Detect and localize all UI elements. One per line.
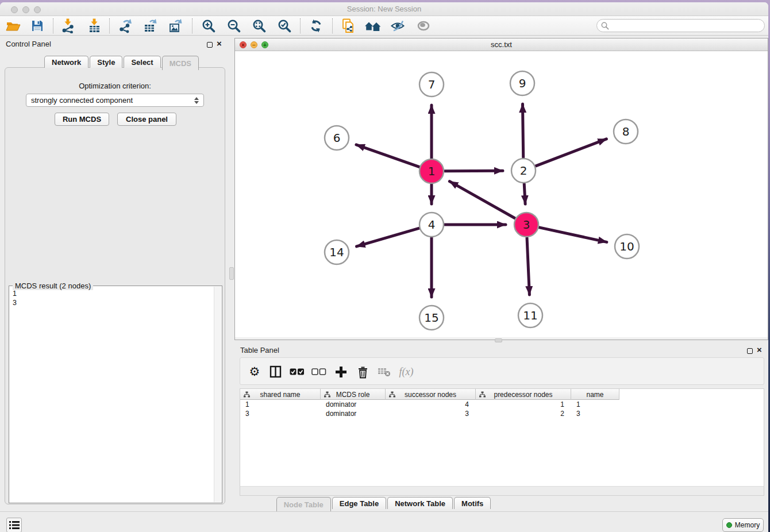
- graph-node-9[interactable]: 9: [510, 71, 534, 95]
- tab-network[interactable]: Network: [44, 56, 88, 68]
- zoom-in-icon[interactable]: [200, 18, 217, 34]
- create-column-plus-icon[interactable]: [333, 364, 348, 380]
- cell-successor-nodes[interactable]: 3: [386, 409, 476, 418]
- cell-name[interactable]: 3: [571, 409, 619, 418]
- graph-canvas[interactable]: 7968124314101511: [235, 51, 768, 337]
- mcds-panel: Optimization criterion: strongly connect…: [5, 67, 225, 504]
- run-mcds-button[interactable]: Run MCDS: [55, 113, 109, 126]
- table-row[interactable]: 3dominator323: [240, 409, 764, 418]
- table-header-row: shared nameMCDS rolesuccessor nodesprede…: [240, 389, 619, 400]
- open-icon[interactable]: [5, 18, 22, 34]
- column-header-mcds-role[interactable]: MCDS role: [321, 389, 386, 400]
- horizontal-splitter-grip[interactable]: [495, 338, 502, 342]
- export-network-icon[interactable]: [117, 18, 134, 34]
- select-all-columns-icon[interactable]: [288, 364, 306, 380]
- table-tab-motifs[interactable]: Motifs: [454, 497, 491, 509]
- network-window-titlebar[interactable]: × − + scc.txt: [235, 38, 768, 51]
- export-image-icon[interactable]: [167, 18, 184, 34]
- graph-edge-3-11[interactable]: [527, 238, 529, 295]
- control-panel-float-icon[interactable]: [207, 42, 213, 48]
- svg-text:15: 15: [424, 311, 438, 325]
- table-settings-gear-icon[interactable]: ⚙: [247, 364, 262, 380]
- column-header-name[interactable]: name: [571, 389, 619, 400]
- graph-node-4[interactable]: 4: [419, 213, 444, 237]
- graph-edge-1-6[interactable]: [356, 145, 419, 167]
- table-row[interactable]: 1dominator411: [240, 400, 764, 409]
- import-table-icon[interactable]: [86, 18, 103, 34]
- graph-node-11[interactable]: 11: [518, 303, 542, 327]
- graph-node-3[interactable]: 3: [514, 213, 538, 237]
- tab-select[interactable]: Select: [124, 56, 160, 68]
- task-history-button[interactable]: [6, 518, 22, 532]
- unselect-all-columns-icon[interactable]: [310, 364, 328, 380]
- home-icon[interactable]: [364, 18, 382, 34]
- app-window: Session: New Session: [0, 2, 768, 532]
- export-table-icon[interactable]: [142, 18, 159, 34]
- graph-node-6[interactable]: 6: [325, 126, 349, 150]
- graph-node-7[interactable]: 7: [419, 72, 444, 97]
- table-tab-network-table[interactable]: Network Table: [387, 497, 453, 509]
- table-tab-node-table[interactable]: Node Table: [276, 497, 331, 511]
- main-toolbar: [0, 16, 768, 36]
- graph-node-14[interactable]: 14: [325, 240, 349, 264]
- graph-node-1[interactable]: 1: [419, 159, 444, 183]
- table-tab-edge-table[interactable]: Edge Table: [332, 497, 386, 509]
- cell-predecessor-nodes[interactable]: 2: [476, 409, 571, 418]
- search-input[interactable]: [610, 21, 764, 31]
- cell-name[interactable]: 1: [571, 400, 619, 409]
- zoom-selected-icon[interactable]: [276, 18, 293, 34]
- graph-node-15[interactable]: 15: [419, 306, 444, 330]
- status-bar: Memory: [0, 511, 768, 532]
- zoom-out-icon[interactable]: [225, 18, 242, 34]
- zoom-fit-icon[interactable]: [251, 18, 268, 34]
- cell-successor-nodes[interactable]: 4: [386, 400, 476, 409]
- graph-node-2[interactable]: 2: [511, 159, 536, 183]
- eye-icon[interactable]: [415, 18, 432, 34]
- graph-edge-2-9[interactable]: [522, 104, 523, 157]
- cell-mcds-role[interactable]: dominator: [321, 409, 386, 418]
- column-header-successor-nodes[interactable]: successor nodes: [386, 389, 476, 400]
- control-panel-close-icon[interactable]: ×: [217, 41, 222, 47]
- result-scrollbar[interactable]: [214, 287, 221, 502]
- cell-predecessor-nodes[interactable]: 1: [476, 400, 571, 409]
- import-network-icon[interactable]: [60, 18, 77, 34]
- graph-edge-2-3[interactable]: [524, 184, 525, 204]
- cell-shared-name[interactable]: 3: [240, 409, 321, 418]
- memory-label: Memory: [735, 521, 760, 529]
- optimization-criterion-select[interactable]: strongly connected component: [26, 94, 204, 107]
- table-panel-close-icon[interactable]: ×: [757, 347, 762, 353]
- cell-shared-name[interactable]: 1: [240, 400, 321, 409]
- show-column-icon[interactable]: [268, 364, 283, 380]
- graph-edge-4-14[interactable]: [357, 228, 419, 246]
- graph-edge-1-2[interactable]: [445, 171, 503, 171]
- vertical-splitter-grip[interactable]: [229, 267, 234, 280]
- tab-style[interactable]: Style: [90, 56, 122, 68]
- function-builder-icon[interactable]: f(x): [396, 364, 416, 380]
- close-panel-button[interactable]: Close panel: [117, 113, 176, 126]
- delete-column-trash-icon[interactable]: [355, 364, 370, 380]
- graph-node-10[interactable]: 10: [615, 234, 639, 259]
- svg-text:6: 6: [333, 131, 341, 145]
- memory-button[interactable]: Memory: [722, 518, 764, 532]
- graph-edge-2-8[interactable]: [536, 139, 606, 166]
- session-title: Session: New Session: [0, 5, 768, 13]
- save-icon[interactable]: [29, 18, 46, 34]
- memory-status-icon: [726, 522, 732, 528]
- delete-table-icon[interactable]: [376, 364, 392, 380]
- column-header-shared-name[interactable]: shared name: [240, 389, 321, 400]
- column-header-predecessor-nodes[interactable]: predecessor nodes: [476, 389, 571, 400]
- select-stepper-icon: [194, 97, 199, 104]
- graph-node-8[interactable]: 8: [614, 119, 638, 144]
- svg-text:1: 1: [428, 164, 436, 178]
- graph-edge-3-10[interactable]: [539, 228, 606, 242]
- svg-text:10: 10: [619, 240, 634, 253]
- result-line: 1: [13, 289, 214, 298]
- tab-mcds[interactable]: MCDS: [162, 56, 199, 70]
- duplicate-network-icon[interactable]: [340, 18, 357, 34]
- graph-edge-3-1[interactable]: [449, 182, 515, 218]
- table-panel-float-icon[interactable]: [747, 348, 753, 354]
- cell-mcds-role[interactable]: dominator: [321, 400, 386, 409]
- svg-text:3: 3: [523, 218, 530, 232]
- show-graphics-icon[interactable]: [389, 18, 406, 34]
- refresh-icon[interactable]: [307, 18, 325, 34]
